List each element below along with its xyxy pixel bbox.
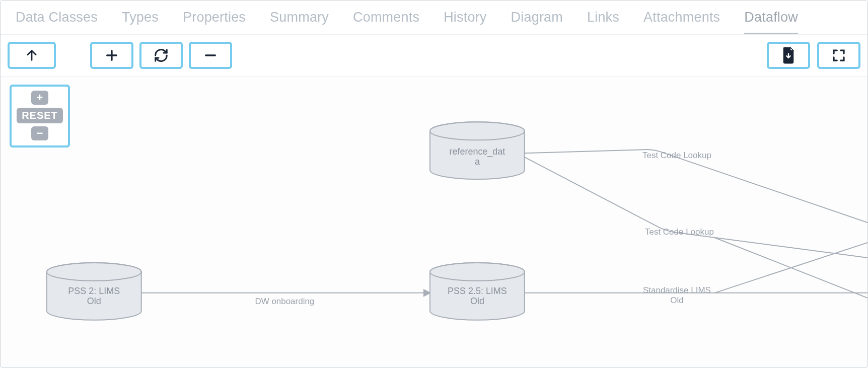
app-frame: Data Classes Types Properties Summary Co… bbox=[0, 0, 868, 368]
edge-label-std1: Standardise LIMS bbox=[643, 285, 711, 295]
zoom-panel-plus-button[interactable]: + bbox=[31, 91, 48, 105]
node-pss25[interactable]: PSS 2.5: LIMS Old bbox=[430, 263, 525, 320]
edge-label-tc1: Test Code Lookup bbox=[642, 151, 711, 160]
zoom-panel-minus-button[interactable]: − bbox=[31, 126, 48, 140]
node-label: PSS 2: LIMS bbox=[68, 286, 120, 296]
arrow-up-icon bbox=[25, 48, 39, 62]
node-label: a bbox=[475, 157, 480, 167]
node-label: reference_dat bbox=[449, 146, 505, 157]
tab-dataflow[interactable]: Dataflow bbox=[744, 10, 798, 25]
tab-data-classes[interactable]: Data Classes bbox=[16, 10, 98, 25]
edge-label-dw: DW onboarding bbox=[255, 297, 314, 306]
edge-tc2[interactable] bbox=[525, 157, 867, 258]
node-label: PSS 2.5: LIMS bbox=[448, 286, 507, 296]
up-button[interactable] bbox=[8, 42, 56, 69]
zoom-out-button[interactable] bbox=[189, 42, 232, 69]
zoom-group bbox=[90, 42, 232, 69]
fullscreen-button[interactable] bbox=[817, 42, 860, 69]
tab-bar: Data Classes Types Properties Summary Co… bbox=[1, 1, 867, 35]
edge-tc1[interactable] bbox=[525, 150, 867, 223]
tab-diagram[interactable]: Diagram bbox=[511, 10, 563, 25]
zoom-in-button[interactable] bbox=[90, 42, 133, 69]
tab-summary[interactable]: Summary bbox=[270, 10, 329, 25]
minus-icon bbox=[203, 48, 218, 62]
zoom-panel: + RESET − bbox=[10, 85, 70, 148]
fullscreen-icon bbox=[831, 48, 846, 63]
node-reference-data[interactable]: reference_dat a bbox=[430, 122, 525, 179]
toolbar bbox=[1, 35, 867, 77]
refresh-icon bbox=[154, 48, 169, 63]
tab-attachments[interactable]: Attachments bbox=[643, 10, 720, 25]
node-pss2[interactable]: PSS 2: LIMS Old bbox=[47, 263, 141, 320]
refresh-button[interactable] bbox=[139, 42, 183, 69]
node-label: Old bbox=[87, 296, 101, 306]
file-download-icon bbox=[781, 47, 796, 64]
edge-cross-2 bbox=[714, 238, 867, 298]
diagram-svg: DW onboarding Test Code Lookup Test Code… bbox=[1, 77, 867, 364]
tab-types[interactable]: Types bbox=[122, 10, 159, 25]
tab-comments[interactable]: Comments bbox=[353, 10, 419, 25]
tab-links[interactable]: Links bbox=[587, 10, 619, 25]
diagram-canvas[interactable]: DW onboarding Test Code Lookup Test Code… bbox=[1, 77, 867, 364]
tab-history[interactable]: History bbox=[444, 10, 486, 25]
zoom-panel-reset-button[interactable]: RESET bbox=[17, 108, 63, 123]
edge-label-tc2: Test Code Lookup bbox=[645, 227, 714, 237]
plus-icon bbox=[105, 48, 119, 62]
download-button[interactable] bbox=[767, 42, 810, 69]
tab-properties[interactable]: Properties bbox=[183, 10, 246, 25]
node-label: Old bbox=[470, 296, 484, 306]
edge-label-std2: Old bbox=[670, 296, 683, 305]
